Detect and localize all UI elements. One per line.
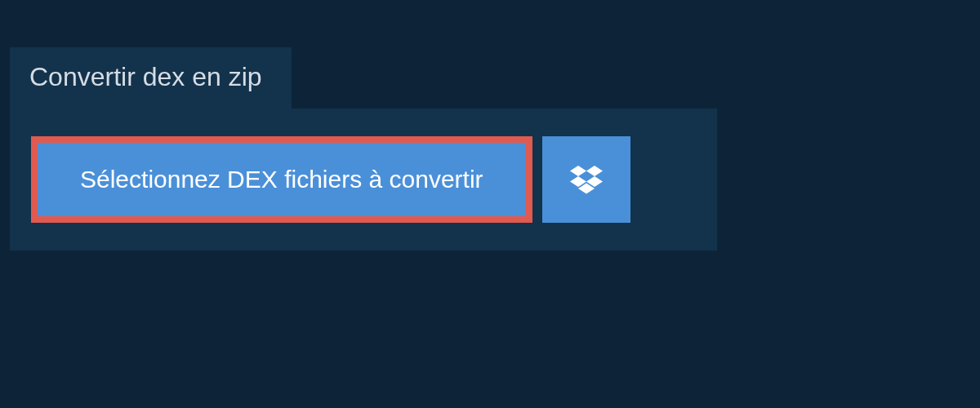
select-files-label: Sélectionnez DEX fichiers à convertir bbox=[80, 166, 483, 193]
conversion-panel: Sélectionnez DEX fichiers à convertir bbox=[10, 109, 717, 251]
dropbox-icon bbox=[570, 163, 603, 196]
select-files-button[interactable]: Sélectionnez DEX fichiers à convertir bbox=[31, 136, 532, 223]
dropbox-button[interactable] bbox=[542, 136, 630, 223]
button-row: Sélectionnez DEX fichiers à convertir bbox=[31, 136, 696, 223]
tab-convert-dex-zip[interactable]: Convertir dex en zip bbox=[10, 47, 292, 109]
tab-label: Convertir dex en zip bbox=[29, 62, 262, 91]
